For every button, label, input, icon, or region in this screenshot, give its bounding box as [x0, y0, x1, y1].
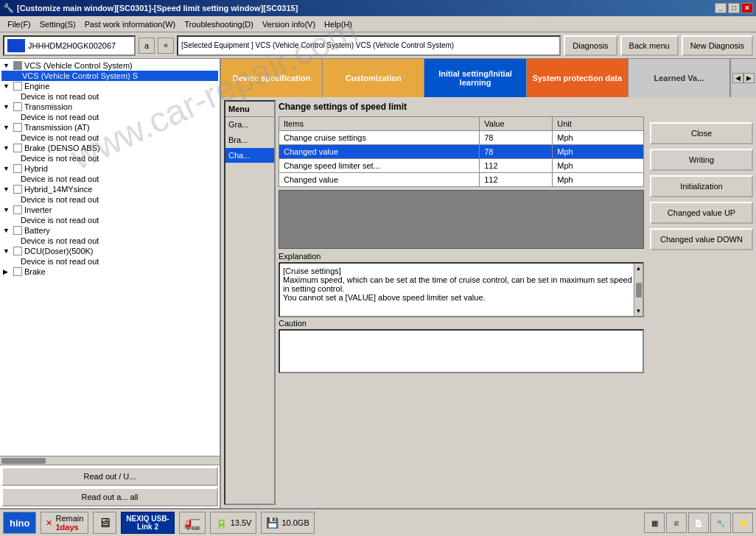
tree-label-transmission: Transmission [24, 102, 72, 111]
checkbox-at[interactable] [13, 123, 22, 132]
menu-item-cha[interactable]: Cha... [225, 148, 274, 163]
back-menu-button[interactable]: Back menu [620, 35, 679, 56]
tab-initial-setting[interactable]: Initial setting/Initial learning [424, 59, 526, 97]
explanation-box[interactable]: [Cruise settings]Maximum speed, which ca… [279, 262, 644, 317]
expand-icon-transmission: ▼ [3, 103, 12, 110]
table-cell-items-1: Change cruise settings [279, 131, 480, 145]
diagnosis-button[interactable]: Diagnosis [564, 35, 617, 56]
tab-system-protection[interactable]: System protection data [527, 59, 629, 97]
tab-device-spec[interactable]: Device specification [221, 59, 323, 97]
right-panel: Device specification Customization Initi… [221, 59, 756, 508]
close-button[interactable]: ✕ [741, 3, 753, 13]
tree-label-hybrid14: Hybrid_14MYsince [24, 185, 92, 194]
star-icon-btn[interactable]: ⭐ [732, 512, 753, 533]
tool-icon-btn[interactable]: 🔧 [710, 512, 731, 533]
menu-setting[interactable]: Setting(S) [35, 18, 80, 30]
table-cell-items-4: Changed value [279, 173, 480, 187]
table-cell-unit-3: Mph [553, 159, 644, 173]
menu-item-gra[interactable]: Gra... [225, 117, 274, 133]
menu-troubleshooting[interactable]: Troubleshooting(D) [180, 18, 258, 30]
menu-past-work[interactable]: Past work information(W) [80, 18, 180, 30]
explanation-scrollbar[interactable]: ▲ ▼ [634, 264, 643, 316]
right-buttons: Close Writing Initialization Changed val… [650, 100, 753, 505]
tree-item-engine[interactable]: ▼ Engine [1, 81, 218, 91]
expand-icon-brake2: ▶ [3, 268, 12, 275]
remain-label: Remain [55, 514, 83, 523]
tree-item-brake-denso[interactable]: ▼ Brake (DENSO ABS) [1, 143, 218, 153]
tree-item-dcu[interactable]: ▼ DCU(Doser)(500K) [1, 246, 218, 256]
checkbox-brake-denso[interactable] [13, 144, 22, 152]
tree-item-brake-denso-sub: Device is not read out [1, 153, 218, 163]
expand-icon-dcu: ▼ [3, 247, 12, 255]
checkbox-hybrid14[interactable] [13, 185, 22, 194]
maximize-button[interactable]: □ [728, 3, 740, 13]
tab-device-spec-label: Device specification [233, 74, 311, 82]
table-row-4[interactable]: Changed value 112 Mph [279, 173, 644, 187]
checkbox-inverter[interactable] [13, 205, 22, 214]
truck-icon-status: 🚛 [179, 512, 206, 534]
device-selector[interactable]: JHHHDM2H0GK002067 [3, 35, 136, 56]
a-button[interactable]: a [139, 38, 155, 54]
initialization-button[interactable]: Initialization [650, 175, 753, 197]
explanation-label: Explanation [279, 252, 644, 261]
checkbox-transmission[interactable] [13, 102, 22, 111]
tree-item-dcu-sub: Device is not read out [1, 256, 218, 267]
tab-customization-label: Customization [346, 74, 402, 82]
changed-value-down-button[interactable]: Changed value DOWN [650, 228, 753, 250]
remain-status: ✕ Remain 1days [41, 512, 88, 534]
tab-learned[interactable]: Learned Va... [629, 59, 730, 97]
tree-item-transmission[interactable]: ▼ Transmission [1, 102, 218, 112]
table-row-1[interactable]: Change cruise settings 78 Mph [279, 131, 644, 145]
tree-item-hybrid[interactable]: ▼ Hybrid [1, 163, 218, 174]
tree-label-battery: Battery [24, 226, 50, 235]
expand-icon-hybrid: ▼ [3, 165, 12, 172]
tree-item-at-sub: Device is not read out [1, 133, 218, 143]
tree-container[interactable]: ▼ VCS (Vehicle Control System) VCS (Vehi… [0, 59, 220, 456]
menu-version-info[interactable]: Version info(V) [258, 18, 320, 30]
changed-value-up-button[interactable]: Changed value UP [650, 202, 753, 224]
tree-label-vcs: VCS (Vehicle Control System) [24, 61, 133, 70]
close-button[interactable]: Close [650, 122, 753, 144]
back-arrow-button[interactable]: « [158, 38, 174, 54]
checkbox-vcs[interactable] [13, 61, 22, 70]
tab-nav: ◀ ▶ [730, 59, 756, 97]
tab-next-button[interactable]: ▶ [743, 73, 755, 83]
breadcrumb-text: [Selected Equipment ] VCS (Vehicle Contr… [181, 41, 454, 49]
menu-help[interactable]: Help(H) [320, 18, 357, 30]
content-title: Change settings of speed limit [279, 100, 644, 113]
tab-prev-button[interactable]: ◀ [732, 73, 743, 83]
tree-item-vcs[interactable]: ▼ VCS (Vehicle Control System) [1, 60, 218, 71]
tab-customization[interactable]: Customization [323, 59, 424, 97]
remain-icon: ✕ [46, 518, 52, 528]
horizontal-scrollbar[interactable] [1, 458, 46, 464]
tree-item-hybrid14-sub: Device is not read out [1, 194, 218, 205]
checkbox-battery[interactable] [13, 226, 22, 235]
minimize-button[interactable]: _ [715, 3, 727, 13]
tree-item-inverter[interactable]: ▼ Inverter [1, 205, 218, 215]
caution-box[interactable] [279, 329, 644, 373]
tree-item-brake2[interactable]: ▶ Brake [1, 267, 218, 277]
tree-item-transmission-at[interactable]: ▼ Transmission (AT) [1, 122, 218, 133]
grid-icon-btn[interactable]: ▦ [644, 512, 665, 533]
new-diagnosis-button[interactable]: New Diagnosis [682, 35, 753, 56]
table-cell-value-4: 112 [480, 173, 553, 187]
menu-item-bra[interactable]: Bra... [225, 133, 274, 148]
tree-item-transmission-sub: Device is not read out [1, 112, 218, 122]
tree-item-vcs-sub[interactable]: VCS (Vehicle Control System) S [1, 71, 218, 81]
eraser-icon-btn[interactable]: ⎚ [666, 512, 687, 533]
document-icon-btn[interactable]: 📄 [688, 512, 709, 533]
tree-item-hybrid14my[interactable]: ▼ Hybrid_14MYsince [1, 184, 218, 194]
menu-file[interactable]: File(F) [3, 18, 35, 30]
read-out-button[interactable]: Read out / U... [1, 467, 218, 486]
table-row-3[interactable]: Change speed limiter set... 112 Mph [279, 159, 644, 173]
tree-item-battery[interactable]: ▼ Battery [1, 225, 218, 236]
writing-button[interactable]: Writing [650, 149, 753, 171]
checkbox-hybrid[interactable] [13, 164, 22, 173]
read-out-all-button[interactable]: Read out a... all [1, 487, 218, 507]
tree-label-hybrid: Hybrid [24, 164, 48, 173]
table-row-2[interactable]: Changed value 78 Mph [279, 145, 644, 159]
checkbox-engine[interactable] [13, 82, 22, 91]
checkbox-dcu[interactable] [13, 247, 22, 255]
checkbox-brake2[interactable] [13, 267, 22, 276]
table-cell-value-1: 78 [480, 131, 553, 145]
